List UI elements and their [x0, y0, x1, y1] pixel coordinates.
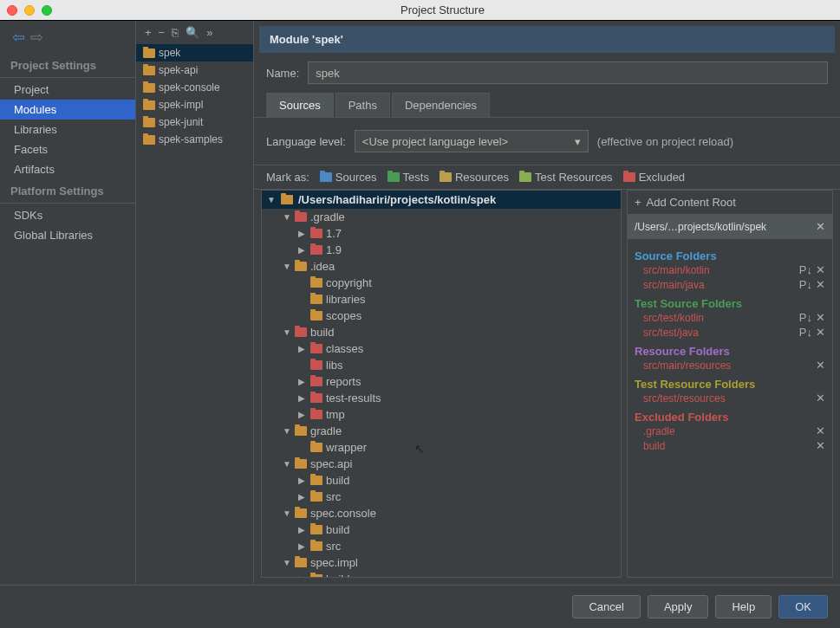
tree-node[interactable]: copyright	[262, 275, 621, 291]
tab-paths[interactable]: Paths	[335, 93, 390, 117]
nav-item-project[interactable]: Project	[0, 80, 135, 100]
disclosure-icon[interactable]: ▼	[283, 327, 291, 337]
module-name-input[interactable]	[308, 62, 828, 84]
mark-tests-button[interactable]: Tests	[387, 171, 429, 184]
disclosure-icon[interactable]: ▶	[298, 476, 307, 485]
nav-item-sdks[interactable]: SDKs	[0, 205, 135, 225]
disclosure-icon[interactable]	[298, 278, 307, 288]
disclosure-icon[interactable]: ▶	[298, 410, 307, 419]
copy-icon[interactable]: ⎘	[172, 26, 179, 39]
p-icon[interactable]: P↓	[799, 326, 812, 339]
source-tree[interactable]: ▼ /Users/hadihariri/projects/kotlin/spek…	[261, 190, 622, 578]
more-icon[interactable]: »	[206, 26, 212, 39]
tree-node[interactable]: ▶test-results	[262, 390, 621, 406]
remove-folder-icon[interactable]: ✕	[816, 439, 825, 452]
ok-button[interactable]: OK	[778, 595, 828, 618]
window-maximize-icon[interactable]	[42, 5, 52, 16]
folder-item[interactable]: src/main/resources✕	[635, 358, 825, 372]
tree-node[interactable]: ▼spec.console	[262, 505, 621, 521]
disclosure-icon[interactable]: ▶	[298, 377, 307, 386]
remove-content-root-icon[interactable]: ✕	[816, 220, 825, 233]
add-content-root-button[interactable]: + Add Content Root	[627, 190, 833, 215]
disclosure-icon[interactable]: ▶	[298, 574, 307, 578]
tree-node[interactable]: libs	[262, 357, 621, 373]
tree-node[interactable]: ▶build	[262, 521, 621, 538]
tree-node[interactable]: ▶src	[262, 538, 621, 554]
disclosure-icon[interactable]: ▼	[283, 212, 291, 222]
disclosure-icon[interactable]: ▼	[283, 426, 291, 436]
remove-folder-icon[interactable]: ✕	[816, 263, 825, 276]
folder-item[interactable]: .gradle✕	[635, 424, 825, 438]
module-item-spek-impl[interactable]: spek-impl	[136, 96, 253, 113]
folder-item[interactable]: build✕	[635, 438, 825, 453]
p-icon[interactable]: P↓	[799, 311, 812, 324]
tree-node[interactable]: ▼spec.api	[262, 456, 621, 472]
tree-node[interactable]: ▶src	[262, 489, 621, 505]
tree-node[interactable]: ▼spec.impl	[262, 554, 621, 571]
mark-resources-button[interactable]: Resources	[440, 171, 509, 184]
mark-excluded-button[interactable]: Excluded	[623, 171, 685, 184]
search-icon[interactable]: 🔍	[186, 26, 199, 39]
disclosure-icon[interactable]: ▶	[298, 541, 307, 551]
disclosure-icon[interactable]: ▶	[298, 525, 307, 534]
module-item-spek-junit[interactable]: spek-junit	[136, 113, 253, 131]
folder-item[interactable]: src/main/javaP↓✕	[635, 277, 825, 292]
nav-item-global-libraries[interactable]: Global Libraries	[0, 225, 135, 245]
nav-item-libraries[interactable]: Libraries	[0, 120, 135, 139]
tree-node[interactable]: ▶build	[262, 472, 621, 489]
tree-node[interactable]: ▶1.7	[262, 225, 621, 242]
disclosure-icon[interactable]: ▶	[298, 492, 307, 502]
language-level-select[interactable]: <Use project language level> ▾	[355, 130, 589, 152]
window-close-icon[interactable]	[7, 5, 17, 16]
disclosure-icon[interactable]: ▶	[298, 344, 307, 353]
help-button[interactable]: Help	[715, 595, 772, 618]
module-item-spek-samples[interactable]: spek-samples	[136, 131, 253, 148]
tab-dependencies[interactable]: Dependencies	[392, 93, 490, 117]
disclosure-icon[interactable]	[298, 311, 307, 320]
remove-folder-icon[interactable]: ✕	[816, 326, 825, 339]
folder-item[interactable]: src/test/kotlinP↓✕	[635, 310, 825, 325]
module-item-spek[interactable]: spek	[136, 44, 253, 62]
remove-folder-icon[interactable]: ✕	[816, 278, 825, 291]
remove-folder-icon[interactable]: ✕	[816, 359, 825, 372]
module-item-spek-console[interactable]: spek-console	[136, 79, 253, 96]
p-icon[interactable]: P↓	[799, 278, 812, 291]
tree-node[interactable]: ▶tmp	[262, 406, 621, 423]
disclosure-icon[interactable]: ▶	[298, 245, 307, 255]
cancel-button[interactable]: Cancel	[572, 595, 640, 618]
disclosure-icon[interactable]: ▶	[298, 229, 307, 238]
remove-folder-icon[interactable]: ✕	[816, 311, 825, 324]
tree-node[interactable]: ▶build	[262, 571, 621, 578]
disclosure-icon[interactable]: ▼	[267, 195, 276, 204]
tree-node[interactable]: scopes	[262, 308, 621, 324]
mark-test-resources-button[interactable]: Test Resources	[519, 171, 613, 184]
remove-folder-icon[interactable]: ✕	[816, 392, 825, 405]
forward-icon[interactable]: ⇨	[30, 28, 43, 47]
disclosure-icon[interactable]: ▼	[283, 459, 291, 469]
folder-item[interactable]: src/test/resources✕	[635, 391, 825, 405]
disclosure-icon[interactable]	[298, 443, 307, 452]
folder-item[interactable]: src/test/javaP↓✕	[635, 325, 825, 340]
disclosure-icon[interactable]: ▼	[283, 508, 291, 518]
module-item-spek-api[interactable]: spek-api	[136, 62, 253, 79]
disclosure-icon[interactable]	[298, 360, 307, 370]
tree-node[interactable]: ▼build	[262, 324, 621, 340]
tree-node[interactable]: libraries	[262, 291, 621, 308]
nav-item-modules[interactable]: Modules	[0, 100, 135, 120]
back-icon[interactable]: ⇦	[12, 28, 25, 47]
apply-button[interactable]: Apply	[648, 595, 709, 618]
folder-item[interactable]: src/main/kotlinP↓✕	[635, 262, 825, 277]
tree-node[interactable]: ▶1.9	[262, 242, 621, 258]
p-icon[interactable]: P↓	[799, 263, 812, 276]
disclosure-icon[interactable]: ▶	[298, 393, 307, 403]
mark-sources-button[interactable]: Sources	[320, 171, 377, 184]
tree-node[interactable]: ▶classes	[262, 340, 621, 357]
nav-item-facets[interactable]: Facets	[0, 139, 135, 159]
tree-node[interactable]: ▼.gradle	[262, 209, 621, 225]
disclosure-icon[interactable]: ▼	[283, 262, 291, 271]
tab-sources[interactable]: Sources	[266, 93, 334, 117]
tree-node[interactable]: ▼gradle	[262, 423, 621, 439]
add-icon[interactable]: +	[145, 26, 152, 39]
disclosure-icon[interactable]: ▼	[283, 558, 291, 567]
nav-item-artifacts[interactable]: Artifacts	[0, 159, 135, 179]
